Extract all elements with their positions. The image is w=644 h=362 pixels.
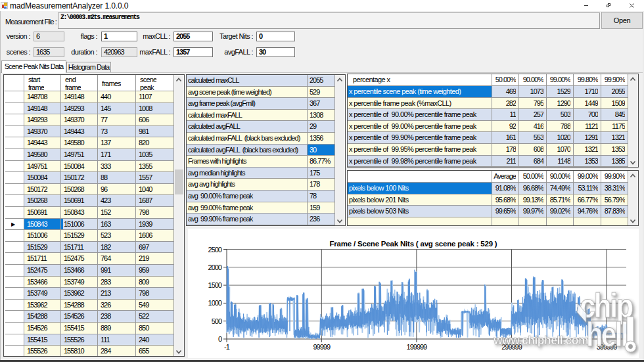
svg-text:2500: 2500	[208, 246, 222, 254]
svg-text:500: 500	[212, 317, 222, 325]
svg-text:www.chiphell.com: www.chiphell.com	[493, 334, 588, 347]
svg-text:1000: 1000	[208, 299, 222, 307]
svg-text:1500: 1500	[208, 281, 222, 289]
svg-text:2000: 2000	[208, 263, 222, 271]
svg-text:199999: 199999	[407, 343, 428, 351]
svg-text:-1: -1	[224, 343, 230, 351]
svg-text:Frame / Scene Peak Nits ( avg: Frame / Scene Peak Nits ( avg scene peak…	[329, 240, 497, 248]
svg-text:99999: 99999	[313, 343, 331, 351]
svg-text:0: 0	[218, 335, 222, 343]
svg-text:hell: hell	[586, 315, 627, 354]
